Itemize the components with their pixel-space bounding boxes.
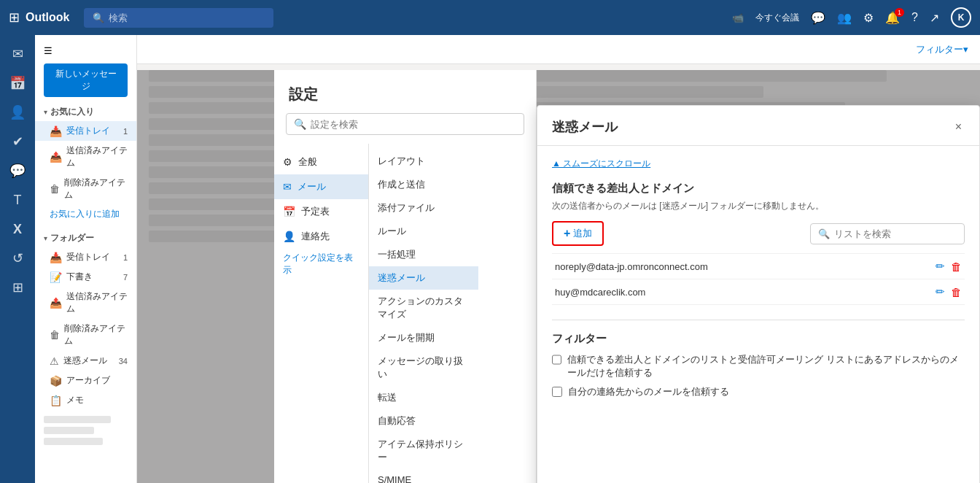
quick-settings-link[interactable]: クイック設定を表示	[274, 249, 368, 279]
grid-icon[interactable]: ⊞	[9, 9, 20, 26]
sidebar-item-mail[interactable]: ✉	[4, 41, 31, 67]
notes-icon: 📋	[50, 395, 62, 406]
dialog-close-button[interactable]: ×	[952, 117, 965, 136]
search-list-input[interactable]	[834, 228, 957, 239]
delete-email-1-button[interactable]: 🗑	[951, 260, 962, 273]
settings-sub-retention[interactable]: アイテム保持ポリシー	[369, 433, 478, 469]
settings-sub-bulk[interactable]: 一括処理	[369, 243, 478, 266]
settings-sub-compose[interactable]: 作成と送信	[369, 173, 478, 196]
archive-icon: 📦	[50, 375, 62, 387]
favorites-section-header[interactable]: ▾ お気に入り	[35, 103, 136, 121]
settings-search-box[interactable]: 🔍	[286, 113, 524, 135]
edit-email-2-button[interactable]: ✏	[936, 285, 945, 298]
trusted-section-title: 信頼できる差出人とドメイン	[552, 182, 965, 196]
settings-sub-smime[interactable]: S/MIME	[369, 469, 478, 483]
sidebar-item-people[interactable]: 👤	[4, 99, 31, 125]
settings-cat-mail[interactable]: ✉ メール	[274, 174, 368, 199]
junk-badge: 34	[119, 357, 128, 366]
nav-item-label: 送信済みアイテム	[66, 144, 128, 169]
topbar-actions: 📹 今すぐ会議 💬 👥 ⚙ 🔔 1 ? ↗ K	[732, 7, 971, 28]
sidebar-item-loop[interactable]: ↺	[4, 245, 31, 271]
chat-icon[interactable]: 💬	[811, 11, 825, 25]
filter-label-2[interactable]: 自分の連絡先からのメールを信頼する	[568, 385, 729, 398]
nav-item-sent-favorites[interactable]: 📤 送信済みアイテム	[35, 141, 136, 173]
nav-item-archive[interactable]: 📦 アーカイブ	[35, 371, 136, 390]
sidebar-item-chat[interactable]: 💬	[4, 158, 31, 184]
settings-sub-rules[interactable]: ルール	[369, 220, 478, 243]
nav-item-sent[interactable]: 📤 送信済みアイテム	[35, 287, 136, 319]
search-list-box[interactable]: 🔍	[810, 223, 965, 244]
feedback-icon[interactable]: ↗	[930, 11, 939, 25]
add-trusted-button[interactable]: + 追加	[552, 221, 604, 246]
nav-collapse-btn[interactable]: ☰	[35, 41, 136, 61]
topbar: ⊞ Outlook 🔍 📹 今すぐ会議 💬 👥 ⚙ 🔔 1 ? ↗ K	[0, 0, 980, 35]
people-icon[interactable]: 👥	[837, 11, 852, 25]
meeting-label[interactable]: 今すぐ会議	[755, 12, 799, 24]
sidebar-item-calendar[interactable]: 📅	[4, 70, 31, 96]
settings-cat-contacts[interactable]: 👤 連絡先	[274, 224, 368, 249]
settings-cat-label: 全般	[298, 155, 317, 169]
filter-checkbox-2[interactable]	[552, 387, 562, 397]
avatar[interactable]: K	[951, 7, 971, 28]
settings-sub-open[interactable]: メールを開期	[369, 326, 478, 349]
settings-sub-attachment[interactable]: 添付ファイル	[369, 196, 478, 220]
email-actions: ✏ 🗑	[936, 260, 962, 273]
sidebar-item-teams[interactable]: T	[4, 187, 31, 213]
settings-sub-handling[interactable]: メッセージの取り扱い	[369, 349, 478, 386]
nav-item-deleted[interactable]: 🗑 削除済みアイテム	[35, 319, 136, 351]
notification-icon[interactable]: 🔔 1	[885, 11, 900, 25]
nav-item-label: 迷惑メール	[63, 355, 107, 367]
main-content: フィルター▾ 設定 🔍	[137, 35, 980, 483]
scroll-top-link[interactable]: ▲ スムーズにスクロール	[552, 158, 965, 170]
nav-item-junk[interactable]: ⚠ 迷惑メール 34	[35, 351, 136, 371]
icon-sidebar: ✉ 📅 👤 ✔ 💬 T X ↺ ⊞	[0, 35, 35, 483]
settings-cat-calendar[interactable]: 📅 予定表	[274, 199, 368, 224]
nav-item-deleted-favorites[interactable]: 🗑 削除済みアイテム	[35, 173, 136, 205]
filter-button[interactable]: フィルター▾	[916, 43, 968, 56]
settings-subcategories: レイアウト 作成と送信 添付ファイル ルール 一括処理 迷惑メール アクションの…	[369, 144, 478, 483]
delete-email-2-button[interactable]: 🗑	[951, 285, 962, 298]
add-label: 追加	[573, 227, 592, 240]
content-header: フィルター▾	[137, 35, 980, 64]
settings-sub-layout[interactable]: レイアウト	[369, 150, 478, 173]
section-divider	[552, 320, 965, 320]
settings-search-input[interactable]	[311, 119, 516, 130]
folders-section-header[interactable]: ▾ フォルダー	[35, 229, 136, 247]
email-actions: ✏ 🗑	[936, 285, 962, 298]
nav-item-notes[interactable]: 📋 メモ	[35, 390, 136, 410]
nav-item-drafts[interactable]: 📝 下書き 7	[35, 267, 136, 287]
sidebar-item-excel[interactable]: X	[4, 216, 31, 242]
filter-label-1[interactable]: 信頼できる差出人とドメインのリストと受信許可メーリング リストにあるアドレスから…	[567, 353, 965, 379]
sidebar-item-apps[interactable]: ⊞	[4, 274, 31, 301]
chevron-icon: ▾	[44, 108, 47, 116]
nav-item-label: 削除済みアイテム	[64, 177, 128, 201]
edit-email-1-button[interactable]: ✏	[936, 260, 945, 273]
filter-section-title: フィルター	[552, 332, 965, 346]
settings-panel: 設定 🔍 ⚙ 全般 ✉ メール	[274, 70, 537, 483]
settings-sub-actions[interactable]: アクションのカスタマイズ	[369, 290, 478, 326]
settings-search-icon: 🔍	[294, 118, 306, 130]
nav-item-inbox-favorites[interactable]: 📥 受信トレイ 1	[35, 121, 136, 141]
deleted-icon: 🗑	[50, 329, 60, 341]
filter-checkbox-1[interactable]	[552, 355, 561, 365]
search-box[interactable]: 🔍	[84, 8, 273, 28]
new-message-button[interactable]: 新しいメッセージ	[44, 63, 128, 97]
email-item-2: huy@mdcareclik.com ✏ 🗑	[552, 279, 965, 305]
trusted-actions: + 追加 🔍	[552, 221, 965, 246]
deleted-icon: 🗑	[50, 183, 60, 195]
folders-label: フォルダー	[50, 232, 94, 244]
search-input[interactable]	[109, 12, 254, 23]
nav-item-inbox[interactable]: 📥 受信トレイ 1	[35, 247, 136, 267]
trusted-section-desc: 次の送信者からのメールは [迷惑メール] フォルダーに移動しません。	[552, 200, 965, 212]
inbox-icon: 📥	[50, 125, 62, 137]
sidebar-item-tasks[interactable]: ✔	[4, 128, 31, 155]
help-icon[interactable]: ?	[911, 11, 918, 24]
meeting-icon: 📹	[732, 12, 744, 23]
settings-sub-forward[interactable]: 転送	[369, 386, 478, 409]
nav-item-label: 受信トレイ	[66, 251, 110, 263]
settings-cat-general[interactable]: ⚙ 全般	[274, 150, 368, 174]
settings-sub-junk[interactable]: 迷惑メール	[369, 266, 478, 290]
settings-icon[interactable]: ⚙	[863, 11, 874, 25]
settings-sub-auto[interactable]: 自動応答	[369, 409, 478, 433]
add-to-favorites-link[interactable]: お気に入りに追加	[35, 205, 136, 223]
